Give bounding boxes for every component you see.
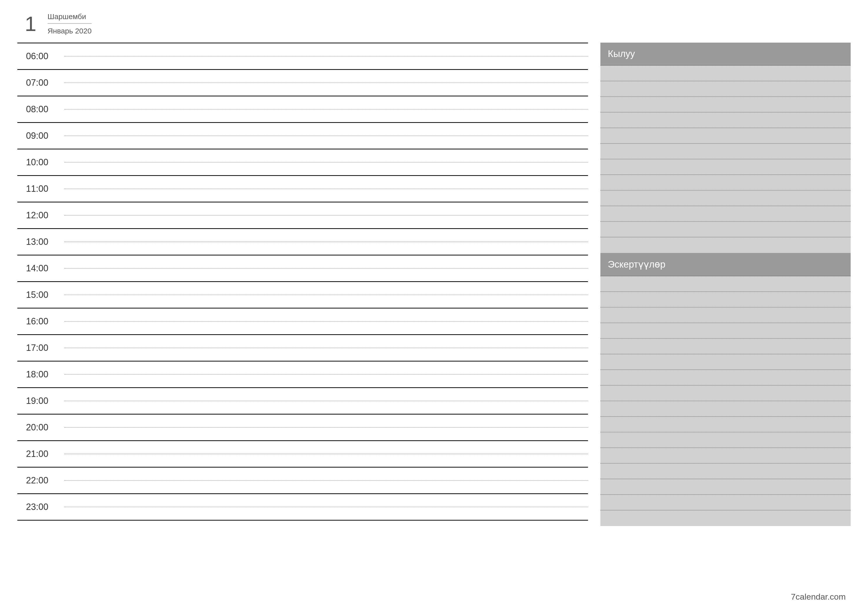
todo-line bbox=[600, 159, 851, 175]
notes-header: Эскертүүлөр bbox=[600, 253, 851, 276]
time-label: 12:00 bbox=[17, 210, 64, 220]
time-write-line bbox=[64, 347, 588, 348]
time-write-line bbox=[64, 507, 588, 507]
todo-line bbox=[600, 206, 851, 222]
todo-panel bbox=[600, 66, 851, 253]
todo-line bbox=[600, 175, 851, 191]
day-meta: Шаршемби Январь 2020 bbox=[48, 12, 92, 35]
time-write-line bbox=[64, 295, 588, 295]
notes-line bbox=[600, 339, 851, 354]
time-write-line bbox=[64, 189, 588, 189]
time-row: 11:00 bbox=[17, 176, 588, 202]
todo-line bbox=[600, 128, 851, 144]
time-label: 13:00 bbox=[17, 237, 64, 247]
todo-line bbox=[600, 81, 851, 97]
notes-line bbox=[600, 448, 851, 464]
time-row: 17:00 bbox=[17, 335, 588, 361]
notes-line bbox=[600, 495, 851, 510]
time-label: 08:00 bbox=[17, 104, 64, 115]
time-row: 13:00 bbox=[17, 229, 588, 256]
time-label: 11:00 bbox=[17, 184, 64, 194]
time-label: 21:00 bbox=[17, 449, 64, 459]
notes-line bbox=[600, 386, 851, 401]
notes-line bbox=[600, 276, 851, 292]
planner-content: 06:0007:0008:0009:0010:0011:0012:0013:00… bbox=[17, 43, 851, 526]
time-write-line bbox=[64, 242, 588, 242]
day-number: 1 bbox=[25, 13, 36, 34]
time-row: 14:00 bbox=[17, 256, 588, 282]
weekday-label: Шаршемби bbox=[48, 12, 92, 21]
todo-line bbox=[600, 237, 851, 253]
notes-line bbox=[600, 433, 851, 448]
time-row: 22:00 bbox=[17, 468, 588, 494]
notes-line bbox=[600, 510, 851, 526]
time-row: 08:00 bbox=[17, 96, 588, 123]
time-row: 19:00 bbox=[17, 388, 588, 414]
time-write-line bbox=[64, 454, 588, 454]
time-row: 15:00 bbox=[17, 282, 588, 309]
time-row: 18:00 bbox=[17, 361, 588, 388]
time-row: 23:00 bbox=[17, 494, 588, 521]
todo-line bbox=[600, 66, 851, 81]
time-write-line bbox=[64, 135, 588, 136]
time-row: 06:00 bbox=[17, 43, 588, 70]
time-label: 18:00 bbox=[17, 369, 64, 380]
time-write-line bbox=[64, 401, 588, 401]
time-label: 15:00 bbox=[17, 290, 64, 300]
time-row: 21:00 bbox=[17, 441, 588, 468]
notes-panel bbox=[600, 276, 851, 526]
time-label: 19:00 bbox=[17, 396, 64, 406]
time-write-line bbox=[64, 162, 588, 163]
todo-line bbox=[600, 97, 851, 113]
time-label: 22:00 bbox=[17, 475, 64, 486]
time-write-line bbox=[64, 56, 588, 56]
time-row: 09:00 bbox=[17, 123, 588, 149]
notes-line bbox=[600, 354, 851, 370]
notes-line bbox=[600, 479, 851, 495]
time-row: 10:00 bbox=[17, 149, 588, 176]
time-label: 16:00 bbox=[17, 316, 64, 327]
time-write-line bbox=[64, 321, 588, 322]
notes-line bbox=[600, 417, 851, 433]
time-write-line bbox=[64, 374, 588, 375]
time-write-line bbox=[64, 215, 588, 216]
todo-line bbox=[600, 222, 851, 237]
month-year-label: Январь 2020 bbox=[48, 27, 92, 35]
time-label: 09:00 bbox=[17, 130, 64, 141]
todo-line bbox=[600, 144, 851, 159]
sidebar-column: Кылуу Эскертүүлөр bbox=[600, 43, 851, 526]
time-label: 06:00 bbox=[17, 51, 64, 62]
time-write-line bbox=[64, 82, 588, 83]
time-label: 14:00 bbox=[17, 263, 64, 274]
schedule-column: 06:0007:0008:0009:0010:0011:0012:0013:00… bbox=[17, 43, 588, 521]
todo-header: Кылуу bbox=[600, 43, 851, 66]
notes-line bbox=[600, 464, 851, 479]
header-divider bbox=[48, 23, 92, 24]
notes-line bbox=[600, 323, 851, 339]
time-row: 20:00 bbox=[17, 414, 588, 441]
time-write-line bbox=[64, 268, 588, 268]
time-write-line bbox=[64, 427, 588, 428]
notes-line bbox=[600, 307, 851, 323]
time-label: 20:00 bbox=[17, 422, 64, 433]
time-label: 10:00 bbox=[17, 157, 64, 167]
time-label: 17:00 bbox=[17, 343, 64, 353]
time-write-line bbox=[64, 480, 588, 481]
time-write-line bbox=[64, 109, 588, 110]
todo-line bbox=[600, 191, 851, 206]
time-label: 23:00 bbox=[17, 502, 64, 512]
notes-line bbox=[600, 401, 851, 417]
time-row: 12:00 bbox=[17, 202, 588, 229]
notes-line bbox=[600, 370, 851, 386]
time-row: 07:00 bbox=[17, 70, 588, 96]
planner-header: 1 Шаршемби Январь 2020 bbox=[17, 12, 851, 43]
time-label: 07:00 bbox=[17, 78, 64, 88]
todo-line bbox=[600, 113, 851, 128]
footer-site: 7calendar.com bbox=[791, 592, 846, 602]
time-row: 16:00 bbox=[17, 309, 588, 335]
notes-line bbox=[600, 292, 851, 307]
